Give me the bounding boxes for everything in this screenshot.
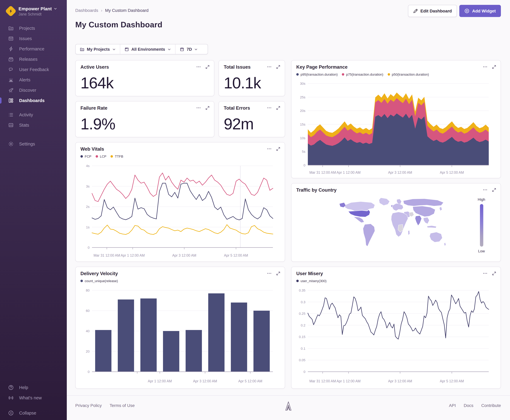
map-mexico (354, 217, 364, 223)
widget-menu-button[interactable] (267, 105, 272, 110)
chevron-down-icon (194, 47, 198, 51)
widget-web-vitals: Web Vitals FCPLCPTTFB 01s2s3s4sMar 31 12… (75, 142, 285, 262)
map-color-legend: High Low (474, 197, 488, 253)
project-filter[interactable]: My Projects (76, 44, 120, 54)
widget-menu-button[interactable] (483, 187, 488, 192)
widget-failure-rate: Failure Rate 1.9% (75, 101, 214, 137)
svg-text:0.15: 0.15 (299, 335, 305, 339)
widget-expand-icon[interactable] (492, 188, 496, 192)
widget-menu-button[interactable] (267, 146, 272, 151)
sidebar-item-issues[interactable]: Issues (0, 33, 67, 44)
svg-text:0: 0 (88, 246, 89, 249)
widget-expand-icon[interactable] (492, 65, 496, 69)
sidebar-item-discover[interactable]: Discover (0, 85, 67, 95)
widget-title: Delivery Velocity (81, 271, 118, 276)
legend-item[interactable]: p95(transaction.duration) (296, 73, 338, 76)
widget-expand-icon[interactable] (276, 65, 281, 69)
legend-item[interactable]: FCP (81, 155, 91, 158)
widget-traffic-by-country: Traffic by Country (291, 183, 501, 262)
widget-expand-icon[interactable] (276, 105, 281, 110)
svg-text:20s: 20s (300, 109, 305, 113)
breadcrumb: Dashboards › My Custom Dashboard (75, 8, 148, 13)
widget-menu-button[interactable] (483, 271, 488, 276)
widget-menu-button[interactable] (483, 64, 488, 69)
big-number-value: 10.1k (224, 74, 261, 92)
edit-dashboard-button[interactable]: Edit Dashboard (408, 5, 457, 17)
stats-icon (8, 122, 14, 128)
big-number-value: 164k (81, 74, 114, 92)
widget-user-misery: User Misery user_misery(300) 00.050.10.1… (291, 267, 501, 389)
legend-item[interactable]: TTFB (111, 155, 123, 158)
terms-of-use-link[interactable]: Terms of Use (110, 403, 135, 408)
add-widget-button[interactable]: Add Widget (459, 5, 501, 17)
widget-key-page-performance: Key Page Performance p95(transaction.dur… (291, 60, 501, 178)
performance-icon (8, 46, 14, 52)
releases-icon (8, 56, 14, 62)
api-link[interactable]: API (449, 403, 456, 408)
breadcrumb-current: My Custom Dashboard (105, 8, 148, 13)
svg-text:10s: 10s (300, 136, 305, 140)
sidebar-item-stats[interactable]: Stats (0, 120, 67, 130)
widget-menu-button[interactable] (267, 271, 272, 276)
privacy-policy-link[interactable]: Privacy Policy (75, 403, 102, 408)
widget-title: Total Errors (224, 105, 250, 111)
sidebar-item-performance[interactable]: Performance (0, 44, 67, 54)
project-folder-icon (80, 47, 84, 52)
widget-menu-button[interactable] (196, 64, 201, 69)
sidebar-item-whats-new[interactable]: What's new (0, 393, 67, 403)
legend-item[interactable]: p75(transaction.duration) (342, 73, 384, 76)
svg-text:Apr 3 12:00 AM: Apr 3 12:00 AM (172, 253, 196, 257)
bar-chart: 020406080Apr 1 12:00 AMApr 3 12:00 AMApr… (80, 285, 281, 388)
legend-item[interactable]: LCP (96, 155, 106, 158)
sidebar-item-alerts[interactable]: Alerts (0, 75, 67, 85)
svg-text:0.35: 0.35 (299, 288, 305, 292)
docs-link[interactable]: Docs (464, 403, 473, 408)
svg-text:0: 0 (88, 370, 89, 374)
date-range-filter[interactable]: 7D (175, 44, 202, 54)
svg-text:5s: 5s (302, 150, 305, 154)
legend-item[interactable]: p50(transaction.duration) (387, 73, 429, 76)
map-usa (348, 210, 370, 217)
svg-text:1s: 1s (86, 225, 89, 229)
widget-delivery-velocity: Delivery Velocity count_unique(release) … (75, 267, 285, 389)
sidebar-item-dashboards[interactable]: Dashboards (0, 95, 67, 106)
legend-item[interactable]: count_unique(release) (81, 279, 118, 283)
widget-expand-icon[interactable] (276, 147, 281, 151)
sidebar-item-projects[interactable]: Projects (0, 23, 67, 33)
svg-text:0: 0 (303, 163, 305, 167)
activity-icon (8, 112, 14, 118)
widget-menu-button[interactable] (267, 64, 272, 69)
svg-text:2s: 2s (86, 205, 89, 209)
breadcrumb-dashboards-link[interactable]: Dashboards (75, 8, 98, 13)
big-number-value: 92m (224, 115, 253, 133)
broadcast-icon (8, 395, 14, 401)
help-icon (8, 385, 14, 390)
sidebar-item-user-feedback[interactable]: User Feedback (0, 64, 67, 75)
svg-text:Apr 1 12:00 AM: Apr 1 12:00 AM (148, 379, 172, 383)
environment-filter[interactable]: All Environments (120, 44, 175, 54)
sidebar-item-collapse[interactable]: Collapse (0, 408, 67, 418)
widget-expand-icon[interactable] (276, 271, 281, 276)
widget-total-errors: Total Errors 92m (219, 101, 285, 137)
svg-text:0.3: 0.3 (301, 300, 305, 304)
widget-menu-button[interactable] (196, 105, 201, 110)
sentry-logo-icon (284, 401, 292, 413)
legend-item[interactable]: user_misery(300) (296, 279, 326, 283)
org-switcher[interactable]: Empower Plant Jane Schmidt (7, 6, 57, 16)
sidebar-item-activity[interactable]: Activity (0, 110, 67, 120)
svg-text:20: 20 (86, 350, 89, 353)
sidebar-item-releases[interactable]: Releases (0, 54, 67, 64)
svg-text:Apr 1 12:00 AM: Apr 1 12:00 AM (337, 379, 361, 383)
contribute-link[interactable]: Contribute (481, 403, 501, 408)
widget-expand-icon[interactable] (205, 65, 210, 69)
svg-text:Apr 3 12:00 AM: Apr 3 12:00 AM (388, 171, 412, 174)
sidebar-item-settings[interactable]: Settings (0, 139, 67, 149)
map-indonesia (427, 226, 436, 228)
org-name: Empower Plant (19, 6, 52, 11)
map-india (415, 216, 422, 225)
sidebar-item-help[interactable]: Help (0, 382, 67, 393)
widget-expand-icon[interactable] (205, 105, 210, 110)
widget-expand-icon[interactable] (492, 271, 496, 276)
sidebar-nav: Projects Issues Performance Releases Use… (0, 23, 67, 149)
svg-text:Apr 3 12:00 AM: Apr 3 12:00 AM (388, 379, 412, 383)
